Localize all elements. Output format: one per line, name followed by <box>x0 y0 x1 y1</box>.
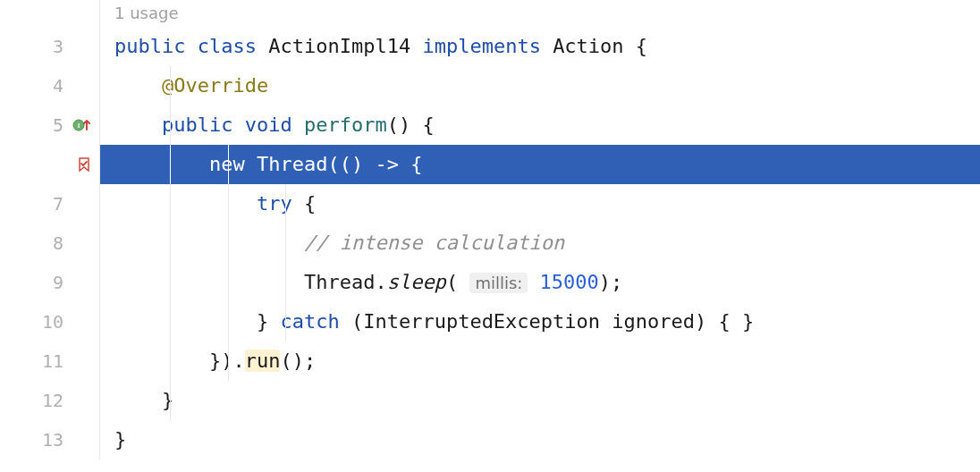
class-name: ActionImpl14 <box>268 35 410 57</box>
indent-guide <box>228 223 229 263</box>
code-content[interactable]: new Thread(() -> { <box>100 145 980 184</box>
method-tail: () { <box>387 114 435 136</box>
line-number: 8 <box>53 223 63 263</box>
code-content[interactable]: @Override <box>100 66 980 105</box>
code-content[interactable]: } catch (InterruptedException ignored) {… <box>100 302 980 341</box>
keyword-new: new <box>209 153 245 175</box>
method-receiver: Thread. <box>304 271 387 293</box>
code-line[interactable]: 8 // intense calculation <box>0 223 980 263</box>
code-content[interactable]: Thread.sleep( millis: 15000); <box>100 263 980 302</box>
indent-guide <box>170 184 171 223</box>
call-tail: (); <box>280 350 316 372</box>
brace: } <box>114 428 126 451</box>
code-line[interactable]: 12 } <box>0 381 980 420</box>
usage-row: 1 usage <box>0 0 980 27</box>
code-content[interactable]: } <box>100 420 980 459</box>
brace: { <box>624 35 648 57</box>
code-content[interactable]: } <box>100 381 980 420</box>
paren-open: ( <box>446 271 458 293</box>
indent-guide <box>228 145 229 184</box>
line-number: 9 <box>53 263 63 302</box>
gutter-cell: 5 I <box>0 105 100 145</box>
gutter-cell: 8 <box>0 223 100 263</box>
keyword-catch: catch <box>280 310 339 333</box>
indent-guide <box>228 341 229 381</box>
indent-guide <box>170 341 171 381</box>
close-paren: }). <box>209 350 245 372</box>
annotation-override: @Override <box>162 74 268 97</box>
gutter-cell <box>0 145 100 184</box>
lambda-tail: (() -> { <box>327 153 422 175</box>
brace: { <box>292 192 317 215</box>
line-number: 13 <box>42 420 63 459</box>
code-line[interactable]: 9 Thread.sleep( millis: 15000); <box>0 263 980 302</box>
code-line-selected[interactable]: new Thread(() -> { <box>0 145 980 184</box>
interface-name: Action <box>553 35 623 57</box>
code-line[interactable]: 10 } catch (InterruptedException ignored… <box>0 302 980 341</box>
code-content[interactable]: // intense calculation <box>100 223 980 263</box>
gutter-cell: 13 <box>0 420 100 459</box>
indent-guide <box>228 302 229 341</box>
line-number: 7 <box>53 184 63 223</box>
code-content[interactable]: public class ActionImpl14 implements Act… <box>100 27 980 66</box>
brace-close: } <box>257 310 281 333</box>
gutter-cell: 4 <box>0 66 100 105</box>
indent-guide <box>170 223 171 263</box>
method-name: perform <box>304 114 387 136</box>
code-line[interactable]: 4 @Override <box>0 66 980 105</box>
gutter-cell: 12 <box>0 381 100 420</box>
code-content[interactable]: public void perform() { <box>100 105 980 145</box>
highlighted-method: run <box>245 350 281 372</box>
code-editor[interactable]: 1 usage 3 public class ActionImpl14 impl… <box>0 0 980 459</box>
indent-guide <box>170 105 171 145</box>
code-line[interactable]: 13 } <box>0 420 980 459</box>
code-line[interactable]: 7 try { <box>0 184 980 223</box>
brace: } <box>162 389 173 411</box>
indent-guide <box>170 263 171 302</box>
line-number: 11 <box>42 341 63 381</box>
space <box>528 271 539 293</box>
indent-guide <box>170 145 171 184</box>
gutter-cell: 3 <box>0 27 100 66</box>
paren-close: ); <box>599 271 623 293</box>
comment: // intense calculation <box>304 232 564 254</box>
gutter-cell: 11 <box>0 341 100 381</box>
keyword-void: void <box>245 114 292 136</box>
indent-guide <box>228 184 229 223</box>
indent-guide <box>170 302 171 341</box>
indent-guide <box>170 66 171 105</box>
indent-guide <box>228 263 229 302</box>
keyword-public: public <box>114 35 185 57</box>
keyword-try: try <box>257 192 292 215</box>
indent-guide <box>285 302 286 341</box>
line-number: 10 <box>42 302 63 341</box>
keyword-implements: implements <box>422 35 540 57</box>
gutter-cell: 7 <box>0 184 100 223</box>
number-literal: 15000 <box>540 271 599 293</box>
static-method: sleep <box>387 271 446 293</box>
gutter-cell: 9 <box>0 263 100 302</box>
code-line[interactable]: 11 }).run(); <box>0 341 980 381</box>
line-number: 5 <box>53 105 63 145</box>
line-number: 3 <box>53 27 63 66</box>
keyword-public: public <box>162 114 232 136</box>
catch-params: (InterruptedException ignored) { } <box>340 310 755 333</box>
keyword-class: class <box>198 35 257 57</box>
param-hint: millis: <box>469 273 528 293</box>
code-content[interactable]: }).run(); <box>100 341 980 381</box>
type-thread: Thread <box>257 153 327 175</box>
code-line[interactable]: 3 public class ActionImpl14 implements A… <box>0 27 980 66</box>
code-line[interactable]: 5 I public void perform() { <box>0 105 980 145</box>
line-number: 12 <box>42 381 63 420</box>
indent-guide <box>285 263 286 302</box>
line-number: 4 <box>53 66 63 105</box>
indent-guide <box>285 184 286 223</box>
gutter-cell <box>0 0 100 27</box>
indent-guide <box>285 223 286 263</box>
indent-guide <box>170 381 171 420</box>
interface-implemented-icon[interactable]: I <box>72 117 92 133</box>
code-content[interactable]: try { <box>100 184 980 223</box>
icon-letter: I <box>78 122 80 130</box>
bookmark-check-icon[interactable] <box>76 156 92 173</box>
usage-hint[interactable]: 1 usage <box>100 0 980 27</box>
